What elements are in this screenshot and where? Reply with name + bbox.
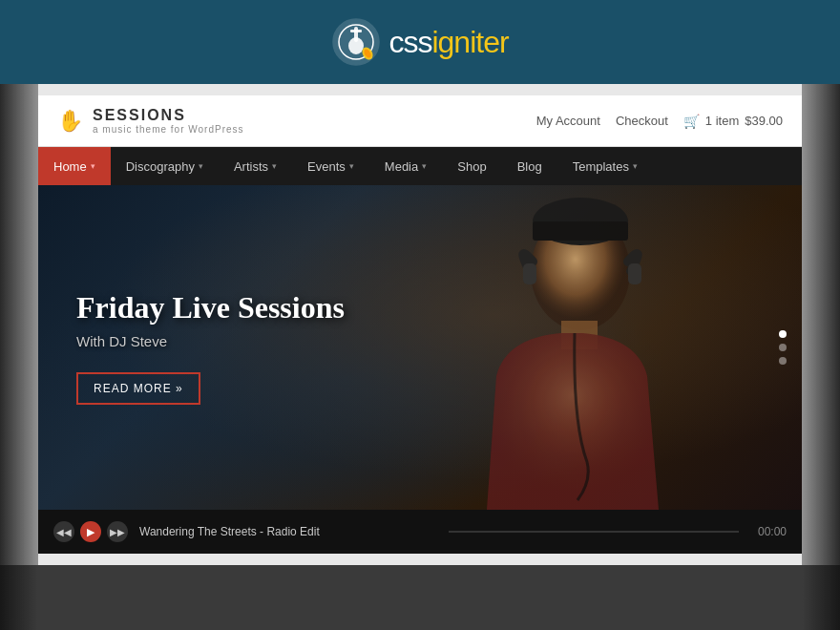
nav-blog[interactable]: Blog [502, 147, 557, 185]
home-chevron: ▾ [91, 161, 95, 171]
nav-discography[interactable]: Discography ▾ [111, 147, 219, 185]
hand-icon: ✋ [57, 109, 83, 134]
nav-artists[interactable]: Artists ▾ [219, 147, 292, 185]
hero-title: Friday Live Sessions [76, 290, 345, 326]
main-wrapper: ✋ SESSIONS a music theme for WordPress M… [0, 84, 840, 565]
cssigniter-logo-icon [331, 17, 381, 67]
hero-read-more-button[interactable]: READ MORE » [76, 372, 200, 405]
templates-chevron: ▾ [633, 161, 638, 171]
audio-player: ◀◀ ▶ ▶▶ Wandering The Streets - Radio Ed… [38, 510, 802, 554]
track-name: Wandering The Streets - Radio Edit [139, 525, 430, 538]
track-time: 00:00 [758, 525, 787, 538]
events-chevron: ▾ [349, 161, 354, 171]
site-title: SESSIONS a music theme for WordPress [93, 107, 244, 135]
site-tagline: a music theme for WordPress [93, 124, 244, 135]
cart-icon: 🛒 [683, 114, 700, 129]
discography-chevron: ▾ [199, 161, 203, 171]
site-nav-right: My Account Checkout 🛒 1 item $39.00 [536, 114, 783, 129]
player-controls: ◀◀ ▶ ▶▶ [53, 521, 128, 542]
nav-templates[interactable]: Templates ▾ [557, 147, 653, 185]
svg-rect-11 [628, 263, 641, 284]
prev-button[interactable]: ◀◀ [53, 521, 74, 542]
cart-items: 1 item [705, 114, 739, 128]
artists-chevron: ▾ [272, 161, 277, 171]
top-header: cssigniter [0, 0, 840, 84]
progress-bar[interactable] [449, 531, 739, 533]
site-logo: ✋ SESSIONS a music theme for WordPress [57, 107, 244, 135]
media-chevron: ▾ [422, 161, 427, 171]
dj-figure [420, 185, 725, 510]
bg-left-panel [0, 84, 38, 630]
slider-dot-3[interactable] [779, 357, 787, 365]
hero-subtitle: With DJ Steve [76, 333, 345, 349]
site-bar: ✋ SESSIONS a music theme for WordPress M… [38, 95, 802, 147]
nav-media[interactable]: Media ▾ [369, 147, 442, 185]
nav-events[interactable]: Events ▾ [292, 147, 369, 185]
play-button[interactable]: ▶ [80, 521, 101, 542]
svg-rect-4 [350, 30, 362, 32]
site-name: SESSIONS [93, 107, 244, 124]
cart-info: 🛒 1 item $39.00 [683, 114, 783, 129]
theme-nav: Home ▾ Discography ▾ Artists ▾ Events ▾ … [38, 147, 802, 185]
svg-rect-10 [523, 263, 536, 284]
logo-text: cssigniter [388, 25, 508, 60]
slider-dot-2[interactable] [779, 344, 787, 351]
logo-container: cssigniter [331, 17, 508, 67]
logo-igniter: igniter [431, 25, 508, 59]
next-button[interactable]: ▶▶ [107, 521, 128, 542]
nav-home[interactable]: Home ▾ [38, 147, 111, 185]
cart-price: $39.00 [745, 114, 783, 128]
my-account-link[interactable]: My Account [536, 114, 600, 128]
hero-section: Friday Live Sessions With DJ Steve READ … [38, 185, 802, 510]
theme-preview: Home ▾ Discography ▾ Artists ▾ Events ▾ … [38, 147, 802, 554]
nav-shop[interactable]: Shop [442, 147, 501, 185]
bg-right-panel [802, 84, 840, 630]
hero-content: Friday Live Sessions With DJ Steve READ … [38, 290, 345, 405]
slider-dots [779, 330, 787, 365]
logo-css: css [388, 25, 431, 59]
svg-rect-3 [354, 27, 358, 42]
slider-dot-1[interactable] [779, 330, 787, 338]
checkout-link[interactable]: Checkout [616, 114, 668, 128]
svg-rect-9 [533, 221, 628, 241]
